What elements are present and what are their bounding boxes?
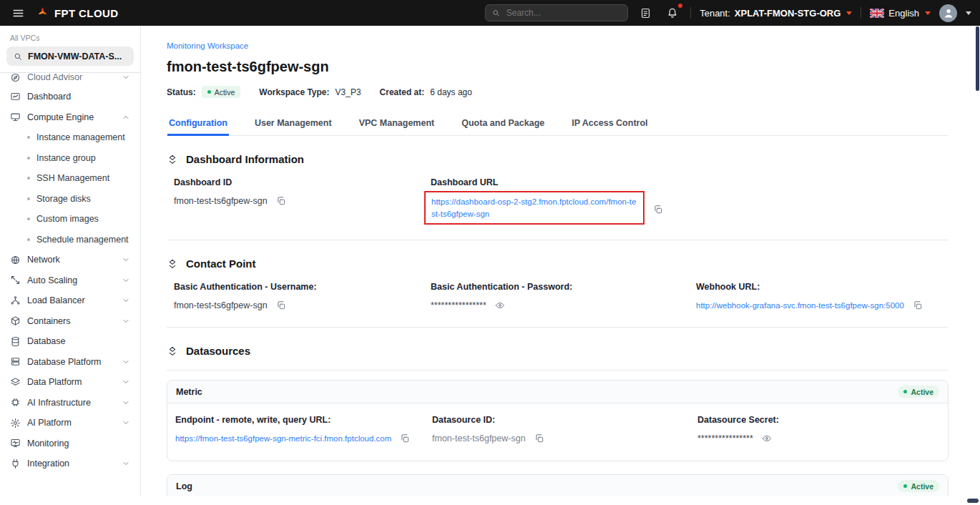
copy-dashboard-id-button[interactable] (275, 195, 288, 207)
tab-configuration[interactable]: Configuration (167, 112, 229, 136)
copy-webhook-url-button[interactable] (911, 299, 924, 312)
sidebar-item-database-platform[interactable]: Database Platform (6, 352, 134, 373)
copy-dashboard-url-button[interactable] (652, 203, 665, 216)
tab-vpc-management[interactable]: VPC Management (358, 112, 436, 135)
brand-logo[interactable]: FPT CLOUD (35, 6, 118, 21)
section-title: Contact Point (186, 258, 256, 270)
dashboard-id-label: Dashboard ID (174, 177, 431, 187)
brand-name: FPT CLOUD (54, 7, 118, 19)
sidebar-item-database[interactable]: Database (6, 331, 134, 352)
tenant-selector[interactable]: Tenant: XPLAT-FMON-STG-ORG (700, 8, 852, 19)
copy-username-button[interactable] (275, 299, 288, 312)
toggle-secret-visibility-button[interactable] (760, 432, 773, 445)
copy-icon (400, 433, 410, 443)
global-search-input[interactable] (505, 7, 622, 19)
section-icon (167, 345, 178, 357)
sidebar-item-label: Database Platform (27, 357, 102, 367)
section-icon (167, 154, 178, 165)
hamburger-menu-button[interactable] (9, 4, 28, 23)
tab-quota-and-package[interactable]: Quota and Package (460, 112, 546, 135)
sidebar-item-label: Monitoring (27, 438, 69, 448)
sidebar-item-ai-infrastructure[interactable]: AI Infrastructure (6, 393, 134, 413)
username-label: Basic Authentication - Username: (174, 282, 431, 292)
green-dot-icon (903, 390, 907, 393)
notification-badge (677, 2, 684, 9)
copy-datasource-id-button[interactable] (533, 432, 546, 445)
sidebar-item-cloud-advisor[interactable]: Cloud Advisor (6, 73, 134, 87)
sidebar-subitem-schedule-management[interactable]: Schedule management (6, 230, 134, 250)
copy-endpoint-button[interactable] (398, 432, 411, 445)
toggle-password-visibility-button[interactable] (494, 299, 506, 312)
vertical-scrollbar[interactable] (976, 26, 979, 91)
copy-icon (276, 196, 286, 206)
global-search[interactable] (485, 4, 628, 21)
breadcrumb[interactable]: Monitoring Workspace (167, 41, 248, 50)
sidebar-subitem-storage-disks[interactable]: Storage disks (6, 189, 134, 210)
password-masked-value: **************** (431, 300, 486, 310)
endpoint-field: Endpoint - remote, write, query URL: htt… (175, 415, 432, 445)
divider (167, 327, 949, 328)
sidebar-item-auto-scaling[interactable]: Auto Scaling (6, 270, 134, 291)
tab-user-management[interactable]: User Management (253, 112, 333, 135)
bullet-icon (27, 177, 30, 180)
datasource-id-field: Datasource ID: fmon-test-ts6gfpew-sgn (432, 415, 697, 445)
dashboard-information-body: Dashboard ID fmon-test-ts6gfpew-sgn Dash… (174, 177, 949, 225)
notifications-button[interactable] (663, 4, 682, 22)
database-icon (10, 336, 21, 347)
containers-icon (10, 315, 21, 326)
user-menu-chevron-icon[interactable] (966, 11, 971, 15)
created-at-label: Created at: (380, 87, 425, 97)
bullet-icon (27, 157, 30, 160)
language-selector[interactable]: English (870, 8, 931, 19)
changelog-button[interactable] (637, 4, 655, 22)
endpoint-label: Endpoint - remote, write, query URL: (175, 415, 432, 425)
monitoring-icon (10, 438, 21, 448)
copy-icon (913, 300, 923, 310)
tab-ip-access-control[interactable]: IP Access Control (570, 112, 649, 135)
sidebar-item-data-platform[interactable]: Data Platform (6, 372, 134, 393)
sidebar-item-network[interactable]: Network (6, 250, 134, 270)
chevron-down-icon (846, 11, 852, 15)
sidebar-subitem-label: Storage disks (36, 194, 91, 204)
sidebar-item-load-balancer[interactable]: Load Balancer (6, 290, 134, 311)
sidebar-subitem-instance-management[interactable]: Instance management (6, 127, 134, 148)
sidebar-subitem-custom-images[interactable]: Custom images (6, 209, 134, 230)
sidebar-item-containers[interactable]: Containers (6, 311, 134, 332)
vpc-selector[interactable]: FMON-VMW-DATA-S... (6, 46, 134, 66)
sidebar-item-label: Data Platform (27, 377, 82, 387)
card-title: Log (176, 481, 192, 491)
load-balancer-icon (10, 295, 21, 306)
section-contact-point: Contact Point (167, 258, 949, 270)
sidebar-subitem-instance-group[interactable]: Instance group (6, 148, 134, 169)
sidebar-item-dashboard[interactable]: Dashboard (6, 87, 134, 107)
horizontal-scrollbar[interactable] (967, 499, 979, 503)
auto-scaling-icon (10, 275, 21, 285)
chevron-down-icon (122, 459, 130, 468)
webhook-url-field: Webhook URL: http://webhook-grafana-svc.… (696, 282, 949, 312)
sidebar: All VPCs FMON-VMW-DATA-S... Cloud Adviso… (0, 26, 141, 496)
user-avatar[interactable] (939, 4, 957, 22)
sidebar-item-monitoring[interactable]: Monitoring (6, 433, 134, 454)
webhook-url-link[interactable]: http://webhook-grafana-svc.fmon-test-ts6… (696, 301, 904, 310)
chevron-down-icon (122, 255, 130, 264)
sidebar-item-ai-platform[interactable]: AI Platform (6, 413, 134, 433)
sidebar-item-label: Compute Engine (27, 112, 94, 122)
endpoint-link[interactable]: https://fmon-test-ts6gfpew-sgn-metric-fc… (175, 434, 391, 443)
card-header: Log Active (167, 475, 948, 496)
fpt-logo-icon (35, 6, 50, 21)
sidebar-item-integration[interactable]: Integration (6, 453, 134, 474)
person-icon (942, 6, 955, 19)
topbar-right: Tenant: XPLAT-FMON-STG-ORG English (485, 4, 971, 22)
chevron-down-icon (122, 317, 130, 325)
status-value: Active (911, 388, 934, 396)
status-badge: Active (898, 480, 939, 492)
dashboard-url-link[interactable]: https://dashboard-osp-2-stg2.fmon.fptclo… (431, 196, 637, 220)
cloud-advisor-icon (10, 73, 21, 83)
sidebar-item-compute-engine[interactable]: Compute Engine (6, 107, 134, 128)
sidebar-item-label: Auto Scaling (27, 275, 77, 285)
datasource-card-metric: Metric Active Endpoint - remote, write, … (167, 380, 949, 461)
section-icon (167, 258, 178, 270)
workspace-meta: Status: Active Workspace Type: V3_P3 Cre… (167, 86, 949, 98)
username-value: fmon-test-ts6gfpew-sgn (174, 300, 268, 310)
sidebar-subitem-ssh-management[interactable]: SSH Management (6, 168, 134, 189)
